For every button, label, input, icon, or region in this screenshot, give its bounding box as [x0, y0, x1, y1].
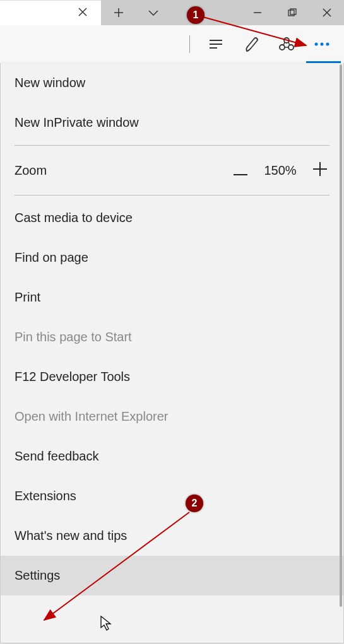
scrollbar[interactable] [340, 64, 342, 607]
svg-point-5 [315, 43, 318, 46]
zoom-label: Zoom [15, 163, 47, 178]
menu-find[interactable]: Find on page [1, 238, 343, 278]
more-options-button[interactable] [306, 28, 338, 60]
zoom-in-button[interactable] [311, 161, 329, 180]
svg-point-7 [326, 43, 329, 46]
tab-preview-button[interactable] [136, 0, 170, 25]
svg-point-3 [280, 45, 285, 50]
title-bar [0, 0, 344, 25]
close-window-button[interactable] [309, 0, 344, 25]
menu-whatsnew[interactable]: What's new and tips [1, 516, 343, 556]
share-icon[interactable] [271, 28, 302, 60]
menu-divider [15, 145, 329, 146]
reading-list-icon[interactable] [200, 28, 232, 60]
zoom-controls: 150% [231, 161, 329, 180]
window-controls [101, 0, 344, 25]
settings-dropdown-menu: New window New InPrivate window Zoom 150… [0, 63, 344, 643]
maximize-button[interactable] [275, 0, 309, 25]
menu-cast[interactable]: Cast media to device [1, 198, 343, 238]
new-tab-button[interactable] [101, 0, 136, 25]
menu-feedback[interactable]: Send feedback [1, 436, 343, 476]
zoom-value: 150% [261, 163, 299, 178]
minimize-button[interactable] [240, 0, 275, 25]
menu-extensions[interactable]: Extensions [1, 476, 343, 516]
menu-new-window[interactable]: New window [1, 63, 343, 103]
tab-close-button[interactable] [71, 1, 95, 25]
notes-icon[interactable] [235, 28, 267, 60]
svg-point-4 [288, 45, 294, 50]
svg-point-2 [284, 38, 289, 43]
menu-divider [15, 195, 329, 196]
menu-pin: Pin this page to Start [1, 317, 343, 357]
menu-devtools[interactable]: F12 Developer Tools [1, 357, 343, 397]
menu-zoom-row: Zoom 150% [1, 148, 343, 192]
toolbar-divider [189, 35, 190, 53]
menu-open-ie: Open with Internet Explorer [1, 397, 343, 436]
tab-strip [0, 0, 101, 25]
toolbar [0, 25, 344, 63]
menu-settings[interactable]: Settings [1, 556, 343, 595]
zoom-out-button[interactable] [231, 161, 250, 180]
svg-point-6 [321, 43, 324, 46]
menu-print[interactable]: Print [1, 278, 343, 317]
menu-new-inprivate[interactable]: New InPrivate window [1, 103, 343, 143]
